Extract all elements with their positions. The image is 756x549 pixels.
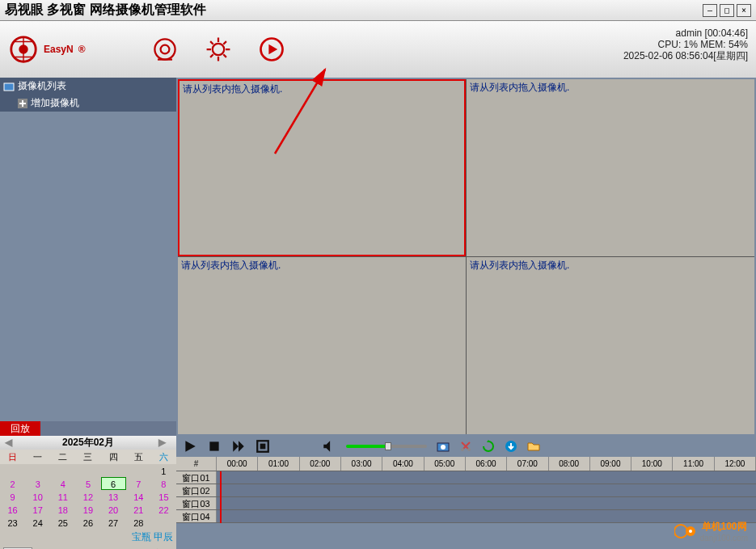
cal-day[interactable]: 28	[126, 516, 151, 529]
cal-dow: 日一二三四五六	[0, 450, 176, 464]
timeline-row[interactable]: 窗口01	[176, 471, 756, 484]
cal-next[interactable]: ▶	[158, 437, 171, 450]
refresh-icon[interactable]	[482, 440, 495, 453]
tab-playback[interactable]: 回放	[0, 421, 40, 436]
svg-point-18	[674, 525, 687, 538]
cal-day[interactable]: 17	[25, 503, 50, 516]
timeline-marker[interactable]	[220, 471, 222, 523]
svg-point-2	[154, 39, 175, 59]
cal-day[interactable]: 15	[151, 490, 176, 503]
cal-day[interactable]: 16	[0, 503, 25, 516]
cut-icon[interactable]	[459, 440, 472, 453]
cal-day	[50, 464, 75, 477]
cal-prev[interactable]: ◀	[5, 437, 18, 450]
cal-day[interactable]: 19	[75, 503, 100, 516]
video-grid: 请从列表内拖入摄像机. 请从列表内拖入摄像机. 请从列表内拖入摄像机. 请从列表…	[178, 79, 754, 434]
svg-point-4	[212, 44, 223, 55]
cal-day[interactable]: 5	[75, 477, 100, 490]
cal-day	[25, 464, 50, 477]
tree-root[interactable]: 摄像机列表	[0, 78, 176, 95]
video-cell-2[interactable]: 请从列表内拖入摄像机.	[467, 79, 754, 256]
svg-point-15	[467, 448, 471, 451]
video-cell-3[interactable]: 请从列表内拖入摄像机.	[178, 257, 466, 434]
svg-rect-11	[260, 444, 266, 450]
cal-day[interactable]: 21	[126, 503, 151, 516]
app-logo: EasyN®	[8, 34, 86, 65]
cal-day	[101, 464, 126, 477]
timeline-row[interactable]: 窗口04	[176, 510, 756, 523]
cal-day[interactable]: 22	[151, 503, 176, 516]
camera-icon[interactable]	[150, 35, 179, 64]
fullscreen-button[interactable]	[256, 439, 270, 454]
stop-button[interactable]	[207, 439, 222, 454]
cal-day	[126, 464, 151, 477]
folder-icon[interactable]	[527, 440, 540, 453]
svg-point-14	[461, 448, 464, 451]
cal-day[interactable]: 2	[0, 477, 25, 490]
timeline-row[interactable]: 窗口03	[176, 497, 756, 510]
snapshot-icon[interactable]	[437, 440, 450, 453]
cal-body: 1234567891011121314151617181920212223242…	[0, 464, 176, 529]
cal-day[interactable]: 7	[126, 477, 151, 490]
volume-slider[interactable]	[346, 445, 427, 448]
volume-icon[interactable]	[322, 439, 336, 454]
cal-day[interactable]: 10	[25, 490, 50, 503]
cal-day[interactable]: 3	[25, 477, 50, 490]
video-cell-1[interactable]: 请从列表内拖入摄像机.	[178, 79, 466, 256]
cal-day[interactable]: 12	[75, 490, 100, 503]
cal-day	[75, 464, 100, 477]
svg-rect-9	[209, 441, 218, 450]
video-cell-4[interactable]: 请从列表内拖入摄像机.	[467, 257, 754, 434]
cal-day[interactable]: 6	[101, 477, 126, 490]
gear-icon[interactable]	[204, 35, 233, 64]
minimize-button[interactable]: —	[703, 4, 717, 17]
svg-point-13	[441, 445, 446, 450]
download-icon[interactable]	[505, 440, 517, 453]
cal-day	[151, 516, 176, 529]
svg-point-20	[689, 530, 692, 533]
cal-day[interactable]: 18	[50, 503, 75, 516]
close-button[interactable]: ×	[737, 4, 751, 17]
cal-day[interactable]: 11	[50, 490, 75, 503]
cal-day[interactable]: 1	[151, 464, 176, 477]
play-icon[interactable]	[257, 35, 286, 64]
cal-day[interactable]: 14	[126, 490, 151, 503]
cal-day[interactable]: 24	[25, 516, 50, 529]
timeline-row[interactable]: 窗口02	[176, 484, 756, 497]
maximize-button[interactable]: □	[720, 4, 734, 17]
cal-day[interactable]: 23	[0, 516, 25, 529]
cal-day[interactable]: 20	[101, 503, 126, 516]
cal-day[interactable]: 13	[101, 490, 126, 503]
window-title: 易视眼 多视窗 网络摄像机管理软件	[5, 2, 700, 19]
svg-rect-6	[4, 83, 14, 91]
add-camera-item[interactable]: 增加摄像机	[0, 95, 176, 112]
status-panel: admin [00:04:46] CPU: 1% MEM: 54% 2025-0…	[623, 27, 748, 61]
cal-title: 2025年02月	[62, 436, 114, 450]
cal-day[interactable]: 27	[101, 516, 126, 529]
play-button[interactable]	[183, 439, 197, 454]
cal-day[interactable]: 26	[75, 516, 100, 529]
watermark: 单机100网danji100.com	[674, 520, 748, 543]
cal-day[interactable]: 4	[50, 477, 75, 490]
svg-point-3	[160, 45, 169, 54]
cal-day[interactable]: 8	[151, 477, 176, 490]
next-button[interactable]	[231, 439, 246, 454]
cal-day[interactable]: 9	[0, 490, 25, 503]
cal-day	[0, 464, 25, 477]
cal-day[interactable]: 25	[50, 516, 75, 529]
